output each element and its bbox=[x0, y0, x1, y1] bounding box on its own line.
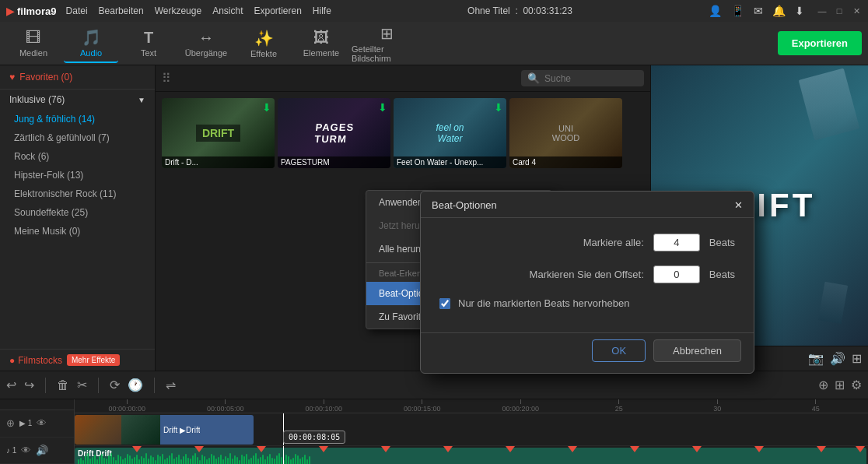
more-effects-button[interactable]: Mehr Effekte bbox=[67, 354, 121, 366]
waveform-bar bbox=[129, 455, 131, 464]
export-button[interactable]: Exportieren bbox=[778, 31, 862, 55]
sidebar-item-zartlich[interactable]: Zärtlich & gefühlvoll (7) bbox=[0, 128, 155, 147]
audio-track-mute-icon[interactable]: 🔊 bbox=[36, 445, 48, 456]
waveform-bar bbox=[269, 454, 271, 464]
speaker-icon[interactable]: 🔊 bbox=[830, 351, 845, 366]
sidebar-item-meinemusik[interactable]: Meine Musik (0) bbox=[0, 222, 155, 241]
waveform-bar bbox=[155, 460, 156, 464]
toolbar-text[interactable]: T Text bbox=[121, 24, 176, 63]
sidebar-section-inklusive[interactable]: Inklusive (76) ▼ bbox=[0, 90, 155, 110]
search-box: 🔍 bbox=[521, 70, 644, 86]
toolbar-ubergange[interactable]: ↔ Übergänge bbox=[179, 24, 233, 63]
phone-icon[interactable]: 📱 bbox=[731, 5, 744, 17]
undo-button[interactable]: ↩ bbox=[6, 378, 16, 392]
menu-datei[interactable]: Datei bbox=[66, 5, 88, 16]
adjust-button[interactable]: ⇌ bbox=[166, 378, 176, 392]
media-card-pagesturm[interactable]: PAGESTURM ⬇ PAGESTURM bbox=[278, 98, 390, 168]
video-track[interactable]: Drift ▶Drift 00:00:08:05 bbox=[75, 413, 868, 446]
titlebar-icons: 👤 📱 ✉ 🔔 ⬇ bbox=[709, 5, 804, 17]
waveform-bar bbox=[141, 456, 142, 464]
project-title: Ohne Titel bbox=[467, 5, 510, 16]
video-track-add-icon[interactable]: ⊕ bbox=[6, 417, 15, 429]
offset-label: Markieren Sie den Offset: bbox=[439, 269, 644, 280]
video-track-eye-icon[interactable]: 👁 bbox=[37, 417, 47, 429]
toolbar-audio[interactable]: 🎵 Audio bbox=[64, 24, 118, 63]
sidebar-item-soundeffekte[interactable]: Soundeffekte (25) bbox=[0, 203, 155, 222]
sidebar-favorites[interactable]: ♥ Favoriten (0) bbox=[0, 65, 155, 90]
delete-button[interactable]: 🗑 bbox=[57, 378, 69, 392]
track-settings-button[interactable]: ⚙ bbox=[851, 378, 862, 392]
waveform-bar bbox=[211, 454, 212, 464]
bell-icon[interactable]: 🔔 bbox=[772, 5, 786, 17]
waveform-bar bbox=[260, 457, 261, 464]
audio-track[interactable]: Drift Drift bbox=[75, 446, 868, 464]
ruler-time: 00:00:10:00 bbox=[305, 405, 342, 413]
offset-input[interactable] bbox=[653, 265, 700, 283]
toolbar-elemente[interactable]: 🖼 Elemente bbox=[294, 24, 348, 63]
search-input[interactable] bbox=[544, 73, 638, 84]
beat-dialog-close-button[interactable]: ✕ bbox=[734, 199, 743, 211]
ruler-tick bbox=[618, 399, 619, 404]
media-card-wood[interactable]: UNIWOOD Card 4 bbox=[509, 98, 622, 168]
sidebar-item-elektronisch[interactable]: Elektronischer Rock (11) bbox=[0, 185, 155, 203]
toolbar-geteilter[interactable]: ⊞ Geteilter Bildschirm bbox=[352, 24, 422, 63]
waveform-bar bbox=[222, 459, 224, 464]
sidebar-item-rock[interactable]: Rock (6) bbox=[0, 147, 155, 166]
waveform-bar bbox=[164, 459, 166, 464]
menu-hilfe[interactable]: Hilfe bbox=[313, 5, 331, 16]
waveform-bar bbox=[117, 455, 119, 464]
menu-exportieren[interactable]: Exportieren bbox=[254, 5, 301, 16]
minimize-button[interactable]: — bbox=[817, 5, 828, 16]
filmstocks-label[interactable]: ● Filmstocks bbox=[9, 355, 62, 366]
sidebar-item-hipster[interactable]: Hipster-Folk (13) bbox=[0, 166, 155, 185]
waveform-bar bbox=[236, 457, 238, 464]
layout-icon[interactable]: ⊞ bbox=[852, 351, 862, 366]
clock-button[interactable]: 🕐 bbox=[128, 378, 143, 392]
media-card-drift[interactable]: DRIFT ⬇ Drift - D... bbox=[162, 98, 275, 168]
waveform-bar bbox=[264, 459, 266, 464]
ok-button[interactable]: OK bbox=[592, 339, 646, 362]
track-layout-button[interactable]: ⊞ bbox=[835, 378, 845, 392]
waveform-bar bbox=[143, 458, 145, 464]
video-clip-drift[interactable]: Drift ▶Drift bbox=[75, 415, 254, 445]
waveform-bar bbox=[136, 455, 138, 464]
waveform-bar bbox=[148, 459, 149, 464]
ruler-mark-1: 00:00:05:00 bbox=[177, 399, 275, 413]
download-icon[interactable]: ⬇ bbox=[795, 5, 804, 17]
waveform-bar bbox=[115, 460, 117, 464]
medien-icon: 🎞 bbox=[26, 29, 41, 47]
card-label: Drift - D... bbox=[162, 156, 275, 168]
media-card-feetonwater[interactable]: feel onWater ⬇ Feet On Water - Unexp... bbox=[394, 98, 506, 168]
close-button[interactable]: ✕ bbox=[851, 5, 862, 16]
beat-offset-row: Markieren Sie den Offset: Beats bbox=[439, 265, 735, 283]
audio-icon: 🎵 bbox=[82, 28, 101, 47]
redo-button[interactable]: ↪ bbox=[24, 378, 34, 392]
timeline-ruler: 00:00:00:00 00:00:05:00 00:00:10:00 00:0… bbox=[75, 399, 868, 413]
highlight-checkbox[interactable] bbox=[439, 298, 450, 309]
markiere-alle-unit: Beats bbox=[709, 237, 735, 248]
audio-clip-drift[interactable]: Drift Drift bbox=[75, 448, 866, 464]
menu-ansicht[interactable]: Ansicht bbox=[212, 5, 243, 16]
title-bar: ▶ filmora9 Datei Bearbeiten Werkzeuge An… bbox=[0, 0, 868, 22]
menu-werkzeuge[interactable]: Werkzeuge bbox=[155, 5, 201, 16]
waveform-bar bbox=[85, 455, 86, 464]
waveform-bar bbox=[113, 457, 114, 464]
sidebar-item-jung[interactable]: Jung & fröhlich (14) bbox=[0, 110, 155, 128]
toolbar-medien[interactable]: 🎞 Medien bbox=[6, 24, 61, 63]
waveform-bar bbox=[103, 458, 105, 464]
audio-track-eye-icon[interactable]: 👁 bbox=[21, 445, 31, 456]
markiere-alle-input[interactable] bbox=[653, 234, 700, 251]
user-icon[interactable]: 👤 bbox=[709, 5, 722, 17]
mail-icon[interactable]: ✉ bbox=[754, 5, 763, 17]
cancel-button[interactable]: Abbrechen bbox=[653, 339, 741, 362]
snapshot-icon[interactable]: 📷 bbox=[808, 351, 824, 366]
toolbar-effekte[interactable]: ✨ Effekte bbox=[236, 24, 291, 63]
chevron-down-icon: ▼ bbox=[138, 96, 145, 104]
add-track-button[interactable]: ⊕ bbox=[818, 378, 828, 392]
video-track-label: ▶ 1 bbox=[19, 419, 32, 427]
cut-button[interactable]: ✂ bbox=[77, 378, 87, 392]
waveform-bar bbox=[281, 457, 282, 464]
menu-bearbeiten[interactable]: Bearbeiten bbox=[99, 5, 144, 16]
loop-button[interactable]: ⟳ bbox=[110, 378, 120, 392]
maximize-button[interactable]: □ bbox=[834, 5, 845, 16]
